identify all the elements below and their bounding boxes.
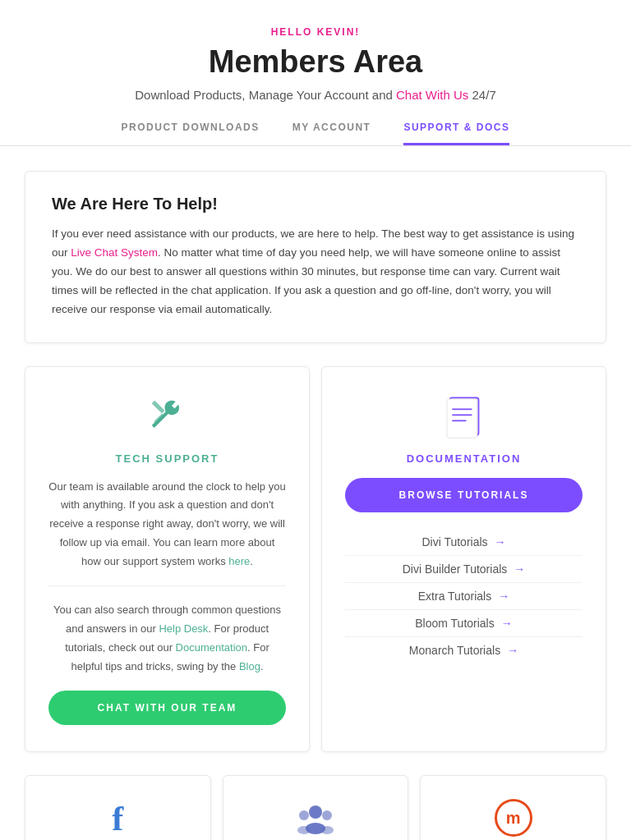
tech-support-para2: You can also search through common quest… (48, 601, 286, 676)
tech-support-panel: TECH SUPPORT Our team is available aroun… (25, 366, 310, 753)
svg-point-13 (322, 810, 332, 820)
arrow-icon: → (514, 562, 525, 576)
chat-link[interactable]: Chat With Us (396, 88, 468, 102)
tools-icon-container (48, 393, 286, 443)
community-grid: f FACEBOOK GROUP We have an active user-… (25, 775, 606, 840)
header-subtitle: Download Products, Manage Your Account a… (16, 88, 615, 102)
browse-tutorials-button[interactable]: BROWSE TUTORIALS (345, 478, 583, 512)
tab-bar: PRODUCT DOWNLOADS MY ACCOUNT SUPPORT & D… (0, 122, 631, 146)
meetup-icon: m (495, 799, 532, 837)
forum-icon-container (238, 799, 394, 840)
page-header: HELLO KEVIN! Members Area Download Produ… (0, 0, 631, 102)
documentation-title: DOCUMENTATION (345, 452, 583, 465)
tech-support-title: TECH SUPPORT (48, 452, 286, 465)
page-title: Members Area (16, 44, 615, 80)
meetup-icon-container: m (435, 799, 591, 837)
list-item[interactable]: Divi Tutorials → (345, 529, 583, 556)
main-content: We Are Here To Help! If you ever need as… (0, 171, 631, 840)
arrow-icon: → (495, 535, 506, 549)
help-body: If you ever need assistance with our pro… (52, 225, 579, 319)
list-item[interactable]: Bloom Tutorials → (345, 610, 583, 637)
facebook-icon: f (112, 800, 123, 838)
list-item[interactable]: Monarch Tutorials → (345, 637, 583, 663)
divider (48, 585, 286, 586)
svg-point-15 (297, 826, 311, 834)
helpdesk-link[interactable]: Help Desk (159, 622, 208, 635)
tab-support-docs[interactable]: SUPPORT & DOCS (403, 122, 509, 145)
meetups-card: m LOCAL MEETUPS Our meetup network is gr… (420, 775, 606, 840)
facebook-card: f FACEBOOK GROUP We have an active user-… (25, 775, 211, 840)
svg-point-11 (309, 806, 322, 819)
help-box: We Are Here To Help! If you ever need as… (25, 171, 606, 343)
help-heading: We Are Here To Help! (52, 195, 579, 213)
chat-team-button[interactable]: CHAT WITH OUR TEAM (48, 691, 286, 725)
community-icon (296, 799, 335, 838)
arrow-icon: → (507, 644, 518, 657)
live-chat-link[interactable]: Live Chat System (71, 246, 158, 259)
greeting-text: HELLO KEVIN! (16, 26, 615, 38)
list-item[interactable]: Divi Builder Tutorials → (345, 556, 583, 583)
tab-my-account[interactable]: MY ACCOUNT (292, 122, 371, 145)
blog-link[interactable]: Blog (239, 660, 260, 672)
tab-product-downloads[interactable]: PRODUCT DOWNLOADS (122, 122, 260, 145)
svg-point-16 (320, 826, 334, 834)
tutorial-list: Divi Tutorials → Divi Builder Tutorials … (345, 529, 583, 663)
doc-icon (441, 393, 487, 439)
documentation-panel: DOCUMENTATION BROWSE TUTORIALS Divi Tuto… (321, 366, 606, 753)
tools-icon (145, 393, 191, 439)
support-grid: TECH SUPPORT Our team is available aroun… (25, 366, 606, 753)
docs-link[interactable]: Documentation (176, 641, 247, 654)
list-item[interactable]: Extra Tutorials → (345, 583, 583, 610)
svg-rect-7 (447, 399, 477, 438)
forum-card: COMMUNITY FORUM The community discussion… (223, 775, 409, 840)
facebook-icon-container: f (40, 799, 196, 838)
svg-point-12 (299, 810, 309, 820)
arrow-icon: → (501, 617, 513, 630)
doc-icon-container (345, 393, 583, 443)
tech-support-para1: Our team is available around the clock t… (48, 478, 286, 571)
arrow-icon: → (498, 590, 509, 603)
here-link[interactable]: here (228, 555, 250, 567)
